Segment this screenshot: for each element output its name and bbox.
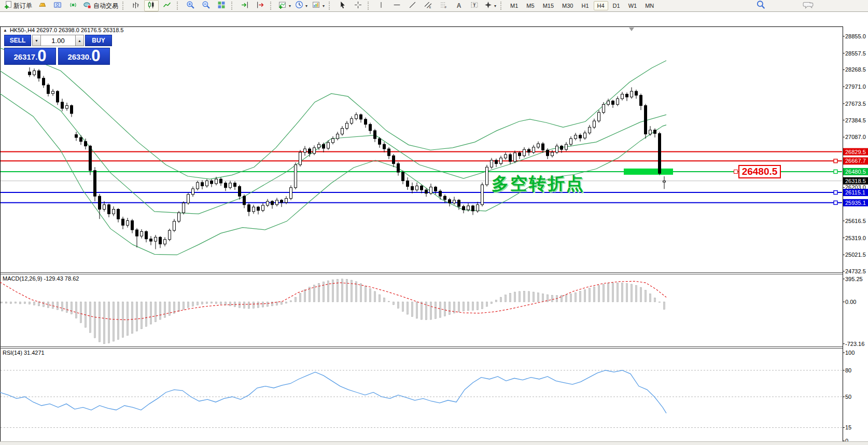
macd-histogram-bar — [141, 302, 143, 329]
candle-body — [47, 85, 50, 93]
candle-body — [206, 181, 208, 186]
timeframe-m5-button[interactable]: M5 — [523, 1, 538, 10]
timeframe-m1-button[interactable]: M1 — [507, 1, 522, 10]
line-chart-button[interactable] — [160, 0, 174, 11]
macd-histogram-bar — [220, 302, 222, 304]
macd-histogram-bar — [622, 283, 623, 302]
text-button[interactable]: A — [452, 0, 466, 11]
periods-button[interactable]: ▾ — [293, 0, 309, 11]
new-order-button[interactable]: 新订单 — [3, 0, 34, 11]
candle-body — [505, 155, 507, 158]
candle-body — [500, 158, 502, 164]
auto-scroll-button[interactable] — [237, 0, 252, 11]
macd-histogram-bar — [650, 294, 651, 302]
timeframe-mn-button[interactable]: MN — [641, 1, 657, 10]
hline-handle — [834, 159, 837, 163]
templates-button[interactable]: ▾ — [310, 0, 326, 11]
chart-shift-icon — [256, 1, 264, 11]
candle-body — [397, 164, 400, 172]
cursor-button[interactable] — [335, 0, 349, 11]
volume-decrease-button[interactable]: ▼ — [32, 35, 41, 46]
collapse-quotes-icon[interactable]: ▲ — [3, 28, 7, 33]
arrows-button[interactable]: ▾ — [483, 0, 498, 11]
text-label-icon: T — [470, 1, 479, 11]
crosshair-button[interactable] — [351, 0, 365, 11]
candle-body — [355, 115, 358, 119]
sell-button[interactable]: SELL — [4, 35, 31, 46]
channel-button[interactable]: E — [421, 0, 435, 11]
candle-body — [178, 213, 180, 221]
timeframe-w1-button[interactable]: W1 — [625, 1, 641, 10]
rsi-indicator-label: RSI(14) 31.4271 — [3, 350, 45, 356]
candle-body — [141, 231, 143, 236]
timeframe-h4-button[interactable]: H4 — [594, 1, 608, 10]
timeframe-m15-button[interactable]: M15 — [539, 1, 557, 10]
timeframe-d1-button[interactable]: D1 — [609, 1, 624, 10]
macd-histogram-bar — [132, 302, 133, 333]
crosshair-icon — [354, 1, 362, 11]
dropdown-arrow-icon: ▾ — [494, 4, 496, 8]
chat-button[interactable] — [801, 0, 816, 11]
macd-histogram-bar — [640, 287, 642, 302]
macd-histogram-bar — [575, 293, 577, 302]
candlestick-chart-button[interactable] — [144, 0, 159, 11]
line-chart-icon — [163, 1, 171, 11]
candle-body — [136, 230, 138, 236]
macd-histogram-bar — [20, 302, 21, 304]
macd-histogram-bar — [645, 290, 647, 302]
vertical-line-icon — [377, 1, 385, 11]
macd-histogram-bar — [379, 295, 381, 302]
candle-body — [528, 149, 530, 152]
sell-price-display[interactable]: 26317.0 — [4, 48, 56, 65]
autotrading-button[interactable]: 自动交易 — [81, 0, 120, 11]
chart-canvas[interactable]: 28855.028557.528268.527971.027673.527384… — [0, 12, 868, 445]
fibonacci-button[interactable]: F — [436, 0, 451, 11]
candle-body — [276, 200, 278, 205]
macd-histogram-bar — [262, 302, 264, 307]
macd-histogram-bar — [533, 292, 535, 302]
price-note-box[interactable]: 26480.5 — [738, 165, 781, 178]
chart-shift-button[interactable] — [253, 0, 268, 11]
text-label-button[interactable]: T — [467, 0, 482, 11]
buy-price-display[interactable]: 26330.0 — [58, 48, 110, 65]
chart-window[interactable]: 28855.028557.528268.527971.027673.527384… — [0, 12, 868, 441]
volume-increase-button[interactable]: ▲ — [75, 35, 84, 46]
axis-price-badge-label: 26667.7 — [845, 158, 866, 164]
axis-tick-label: 25021.5 — [845, 252, 866, 258]
indicators-button[interactable]: ▾ — [276, 0, 292, 11]
bar-chart-button[interactable] — [129, 0, 143, 11]
horizontal-line-button[interactable] — [389, 0, 404, 11]
search-button[interactable] — [753, 0, 768, 11]
axis-tick-label: 50 — [845, 394, 851, 400]
market-watch-button[interactable] — [50, 0, 65, 11]
timeframe-m30-button[interactable]: M30 — [558, 1, 577, 10]
tile-windows-button[interactable] — [214, 0, 229, 11]
macd-histogram-bar — [603, 284, 605, 302]
candle-body — [192, 189, 194, 194]
sell-price-big: 0 — [37, 48, 46, 64]
candle-body — [197, 183, 199, 189]
buy-button[interactable]: BUY — [85, 35, 112, 46]
price-note-anchor[interactable] — [734, 170, 738, 174]
macd-histogram-bar — [295, 297, 297, 302]
zoom-in-button[interactable] — [183, 0, 198, 11]
vertical-line-button[interactable] — [374, 0, 388, 11]
timeframe-h1-button[interactable]: H1 — [578, 1, 592, 10]
trendline-button[interactable] — [405, 0, 419, 11]
macd-histogram-bar — [155, 302, 157, 322]
candle-body — [309, 149, 311, 154]
volume-input[interactable] — [41, 35, 75, 46]
candle-body — [654, 130, 656, 134]
macd-histogram-bar — [290, 301, 292, 302]
candle-body — [379, 138, 381, 144]
signals-button[interactable] — [66, 0, 80, 11]
turning-point-annotation[interactable]: 多空转折点 — [492, 172, 585, 196]
macd-histogram-bar — [398, 302, 399, 308]
zoom-in-icon — [186, 1, 194, 11]
candle-body — [458, 200, 460, 206]
candle-body — [589, 127, 591, 133]
chart-profiles-button[interactable] — [35, 0, 49, 11]
candle-body — [313, 148, 316, 154]
zoom-out-button[interactable] — [199, 0, 213, 11]
macd-histogram-bar — [491, 302, 493, 303]
